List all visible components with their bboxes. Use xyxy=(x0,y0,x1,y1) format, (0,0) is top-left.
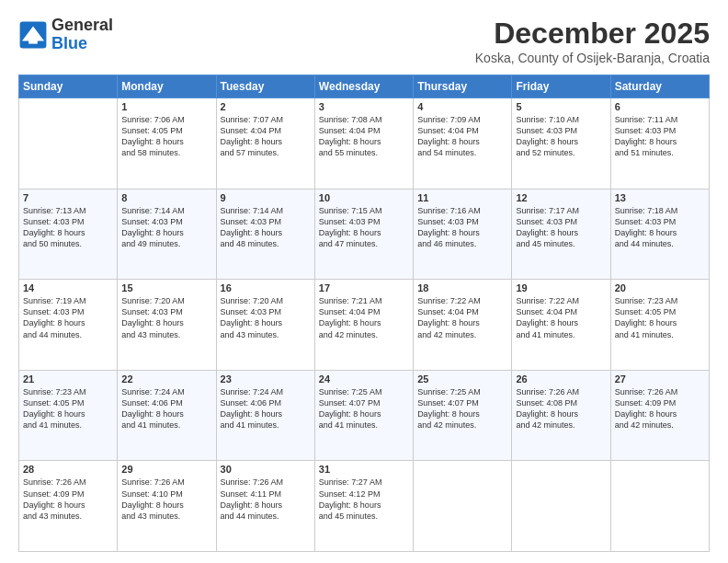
day-info: Sunrise: 7:22 AM Sunset: 4:04 PM Dayligh… xyxy=(516,295,606,340)
calendar-cell: 3Sunrise: 7:08 AM Sunset: 4:04 PM Daylig… xyxy=(314,98,413,190)
calendar-cell: 23Sunrise: 7:24 AM Sunset: 4:06 PM Dayli… xyxy=(216,370,314,461)
calendar-cell: 21Sunrise: 7:23 AM Sunset: 4:05 PM Dayli… xyxy=(19,370,118,461)
day-info: Sunrise: 7:24 AM Sunset: 4:06 PM Dayligh… xyxy=(221,386,311,431)
calendar-week-5: 28Sunrise: 7:26 AM Sunset: 4:09 PM Dayli… xyxy=(19,461,710,552)
day-info: Sunrise: 7:19 AM Sunset: 4:03 PM Dayligh… xyxy=(23,295,113,340)
day-number: 19 xyxy=(516,282,606,293)
page: General Blue December 2025 Koska, County… xyxy=(0,0,728,563)
day-number: 21 xyxy=(23,373,113,385)
logo-icon xyxy=(18,20,48,50)
day-info: Sunrise: 7:25 AM Sunset: 4:07 PM Dayligh… xyxy=(417,386,507,431)
calendar-cell: 14Sunrise: 7:19 AM Sunset: 4:03 PM Dayli… xyxy=(19,280,118,371)
calendar-cell: 15Sunrise: 7:20 AM Sunset: 4:03 PM Dayli… xyxy=(118,280,216,371)
calendar-cell: 17Sunrise: 7:21 AM Sunset: 4:04 PM Dayli… xyxy=(314,280,413,371)
calendar-cell: 5Sunrise: 7:10 AM Sunset: 4:03 PM Daylig… xyxy=(512,98,610,190)
day-info: Sunrise: 7:27 AM Sunset: 4:12 PM Dayligh… xyxy=(319,477,409,522)
day-info: Sunrise: 7:16 AM Sunset: 4:03 PM Dayligh… xyxy=(417,205,507,250)
day-number: 5 xyxy=(516,101,606,112)
day-info: Sunrise: 7:24 AM Sunset: 4:06 PM Dayligh… xyxy=(121,386,211,431)
day-number: 20 xyxy=(615,282,705,293)
day-info: Sunrise: 7:08 AM Sunset: 4:04 PM Dayligh… xyxy=(319,114,409,159)
logo-text: General Blue xyxy=(51,17,113,53)
calendar-cell: 30Sunrise: 7:26 AM Sunset: 4:11 PM Dayli… xyxy=(216,461,314,552)
logo-line1: General xyxy=(51,16,113,34)
calendar-cell: 2Sunrise: 7:07 AM Sunset: 4:04 PM Daylig… xyxy=(216,98,314,190)
day-info: Sunrise: 7:07 AM Sunset: 4:04 PM Dayligh… xyxy=(221,114,311,159)
calendar-cell: 27Sunrise: 7:26 AM Sunset: 4:09 PM Dayli… xyxy=(610,370,709,461)
day-number: 17 xyxy=(319,282,409,293)
column-header-saturday: Saturday xyxy=(610,75,709,98)
day-info: Sunrise: 7:26 AM Sunset: 4:08 PM Dayligh… xyxy=(516,386,606,431)
day-number: 8 xyxy=(121,192,211,203)
calendar-cell: 7Sunrise: 7:13 AM Sunset: 4:03 PM Daylig… xyxy=(19,189,118,280)
calendar-cell: 19Sunrise: 7:22 AM Sunset: 4:04 PM Dayli… xyxy=(512,280,610,371)
day-info: Sunrise: 7:23 AM Sunset: 4:05 PM Dayligh… xyxy=(23,386,113,431)
calendar-cell: 25Sunrise: 7:25 AM Sunset: 4:07 PM Dayli… xyxy=(414,370,512,461)
day-number: 22 xyxy=(121,373,211,385)
day-number: 13 xyxy=(615,192,705,203)
day-info: Sunrise: 7:18 AM Sunset: 4:03 PM Dayligh… xyxy=(615,205,705,250)
calendar-cell: 18Sunrise: 7:22 AM Sunset: 4:04 PM Dayli… xyxy=(414,280,512,371)
day-number: 14 xyxy=(23,282,113,293)
calendar-cell: 13Sunrise: 7:18 AM Sunset: 4:03 PM Dayli… xyxy=(610,189,709,280)
calendar-cell: 9Sunrise: 7:14 AM Sunset: 4:03 PM Daylig… xyxy=(216,189,314,280)
column-header-wednesday: Wednesday xyxy=(314,75,413,98)
header: General Blue December 2025 Koska, County… xyxy=(18,17,710,65)
day-number: 24 xyxy=(319,373,409,385)
day-info: Sunrise: 7:17 AM Sunset: 4:03 PM Dayligh… xyxy=(516,205,606,250)
calendar-week-2: 7Sunrise: 7:13 AM Sunset: 4:03 PM Daylig… xyxy=(19,189,710,280)
day-info: Sunrise: 7:26 AM Sunset: 4:09 PM Dayligh… xyxy=(23,477,113,522)
day-number: 9 xyxy=(221,192,311,203)
day-number: 29 xyxy=(121,464,211,475)
calendar-cell: 8Sunrise: 7:14 AM Sunset: 4:03 PM Daylig… xyxy=(118,189,216,280)
day-info: Sunrise: 7:10 AM Sunset: 4:03 PM Dayligh… xyxy=(516,114,606,159)
calendar-cell xyxy=(512,461,610,552)
day-number: 11 xyxy=(417,192,507,203)
day-info: Sunrise: 7:26 AM Sunset: 4:10 PM Dayligh… xyxy=(121,477,211,522)
calendar-cell: 16Sunrise: 7:20 AM Sunset: 4:03 PM Dayli… xyxy=(216,280,314,371)
day-number: 6 xyxy=(615,101,705,112)
day-number: 31 xyxy=(319,464,409,475)
day-number: 2 xyxy=(221,101,311,112)
day-number: 28 xyxy=(23,464,113,475)
column-header-tuesday: Tuesday xyxy=(216,75,314,98)
calendar-cell xyxy=(610,461,709,552)
calendar-cell: 12Sunrise: 7:17 AM Sunset: 4:03 PM Dayli… xyxy=(512,189,610,280)
day-number: 10 xyxy=(319,192,409,203)
column-header-thursday: Thursday xyxy=(414,75,512,98)
day-number: 18 xyxy=(417,282,507,293)
calendar-cell: 4Sunrise: 7:09 AM Sunset: 4:04 PM Daylig… xyxy=(414,98,512,190)
calendar-cell xyxy=(19,98,118,190)
calendar-week-1: 1Sunrise: 7:06 AM Sunset: 4:05 PM Daylig… xyxy=(19,98,710,190)
day-info: Sunrise: 7:26 AM Sunset: 4:09 PM Dayligh… xyxy=(615,386,705,431)
calendar-cell: 31Sunrise: 7:27 AM Sunset: 4:12 PM Dayli… xyxy=(314,461,413,552)
day-info: Sunrise: 7:23 AM Sunset: 4:05 PM Dayligh… xyxy=(615,295,705,340)
calendar-week-4: 21Sunrise: 7:23 AM Sunset: 4:05 PM Dayli… xyxy=(19,370,710,461)
day-info: Sunrise: 7:14 AM Sunset: 4:03 PM Dayligh… xyxy=(221,205,311,250)
calendar-header-row: SundayMondayTuesdayWednesdayThursdayFrid… xyxy=(19,75,710,98)
day-info: Sunrise: 7:20 AM Sunset: 4:03 PM Dayligh… xyxy=(121,295,211,340)
day-number: 27 xyxy=(615,373,705,385)
day-info: Sunrise: 7:11 AM Sunset: 4:03 PM Dayligh… xyxy=(615,114,705,159)
day-info: Sunrise: 7:20 AM Sunset: 4:03 PM Dayligh… xyxy=(221,295,311,340)
location: Koska, County of Osijek-Baranja, Croatia xyxy=(475,51,710,65)
calendar-cell xyxy=(414,461,512,552)
day-number: 7 xyxy=(23,192,113,203)
day-number: 30 xyxy=(221,464,311,475)
calendar-cell: 26Sunrise: 7:26 AM Sunset: 4:08 PM Dayli… xyxy=(512,370,610,461)
column-header-sunday: Sunday xyxy=(19,75,118,98)
day-number: 16 xyxy=(221,282,311,293)
column-header-friday: Friday xyxy=(512,75,610,98)
day-number: 3 xyxy=(319,101,409,112)
calendar-cell: 11Sunrise: 7:16 AM Sunset: 4:03 PM Dayli… xyxy=(414,189,512,280)
day-info: Sunrise: 7:21 AM Sunset: 4:04 PM Dayligh… xyxy=(319,295,409,340)
day-info: Sunrise: 7:13 AM Sunset: 4:03 PM Dayligh… xyxy=(23,205,113,250)
day-info: Sunrise: 7:22 AM Sunset: 4:04 PM Dayligh… xyxy=(417,295,507,340)
column-header-monday: Monday xyxy=(118,75,216,98)
logo-line2: Blue xyxy=(51,34,87,52)
calendar-cell: 10Sunrise: 7:15 AM Sunset: 4:03 PM Dayli… xyxy=(314,189,413,280)
day-info: Sunrise: 7:14 AM Sunset: 4:03 PM Dayligh… xyxy=(121,205,211,250)
calendar-cell: 28Sunrise: 7:26 AM Sunset: 4:09 PM Dayli… xyxy=(19,461,118,552)
logo: General Blue xyxy=(18,17,113,53)
calendar-week-3: 14Sunrise: 7:19 AM Sunset: 4:03 PM Dayli… xyxy=(19,280,710,371)
